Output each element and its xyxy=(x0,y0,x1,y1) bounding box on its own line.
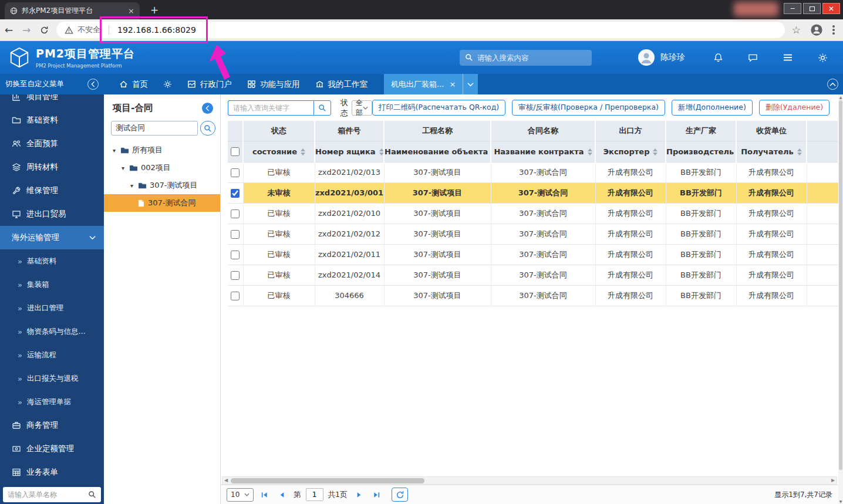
tree-node[interactable]: ▾所有项目 xyxy=(104,141,220,159)
sort-icon[interactable] xyxy=(797,148,802,155)
sort-icon[interactable] xyxy=(653,148,657,155)
messages-chat-icon[interactable] xyxy=(748,53,758,63)
vertical-scroll-thumb[interactable] xyxy=(839,100,842,470)
column-header-cn[interactable]: 工程名称 xyxy=(384,121,491,141)
sidebar-item[interactable]: 进出口贸易 xyxy=(0,202,104,226)
profile-icon[interactable] xyxy=(810,23,823,36)
horizontal-scrollbar[interactable]: ◀ ▶ xyxy=(222,476,837,485)
sort-icon[interactable] xyxy=(301,148,305,155)
column-header-cn[interactable]: 收货单位 xyxy=(736,121,807,141)
column-header-ru[interactable]: Экспортер xyxy=(595,141,666,162)
tree-node[interactable]: ▾307-测试项目 xyxy=(104,177,220,194)
tree-expand-icon[interactable]: ▾ xyxy=(111,147,117,154)
new-tab-button[interactable]: + xyxy=(148,4,161,17)
tree-expand-icon[interactable]: ▾ xyxy=(120,165,126,171)
tree-expand-icon[interactable]: ▾ xyxy=(129,182,135,189)
row-checkbox[interactable] xyxy=(231,292,240,300)
refresh-button[interactable] xyxy=(392,488,408,502)
sidebar-subitem[interactable]: »海运管理单据 xyxy=(0,390,104,414)
sidebar-subitem[interactable]: »出口报关与退税 xyxy=(0,367,104,390)
tab-close-icon[interactable]: × xyxy=(128,6,134,15)
keyword-search-button[interactable] xyxy=(313,100,331,116)
browser-menu-icon[interactable] xyxy=(832,25,835,35)
sidebar-subitem[interactable]: »物资条码与信息... xyxy=(0,320,104,343)
browser-tab[interactable]: 邦永PM2项目管理平台 × xyxy=(5,2,140,19)
back-button[interactable]: ← xyxy=(0,24,18,36)
table-row[interactable]: 已审核zxd2021/02/014307-测试项目307-测试合同升成有限公司B… xyxy=(228,265,838,285)
horizontal-scroll-thumb[interactable] xyxy=(231,478,424,483)
vertical-scrollbar[interactable]: ▲ ▼ xyxy=(838,94,843,504)
prev-page-button[interactable] xyxy=(275,488,289,502)
column-header-ru[interactable]: Производстель xyxy=(666,141,736,162)
hamburger-menu-icon[interactable] xyxy=(783,52,793,63)
next-page-button[interactable] xyxy=(352,488,366,502)
menu-search-input[interactable] xyxy=(8,491,85,499)
delete-button[interactable]: 删除(Удаление) xyxy=(759,100,829,116)
maximize-button[interactable] xyxy=(803,3,821,14)
sidebar-item[interactable]: 商务管理 xyxy=(0,414,104,437)
table-row[interactable]: 未审核zxd2021/03/001307-测试项目307-测试合同升成有限公司B… xyxy=(228,182,838,203)
nav-tab[interactable]: 行政门户 xyxy=(187,79,232,90)
row-checkbox[interactable] xyxy=(231,189,240,198)
page-size-select[interactable]: 10 xyxy=(227,488,254,502)
nav-tab[interactable]: 功能与应用 xyxy=(247,79,300,90)
row-checkbox[interactable] xyxy=(231,209,240,218)
tree-search-button[interactable] xyxy=(200,121,215,136)
table-row[interactable]: 已审核zxd2021/02/011307-测试项目307-测试合同升成有限公司B… xyxy=(228,244,838,265)
row-checkbox[interactable] xyxy=(231,271,240,280)
column-header-cn[interactable]: 生产厂家 xyxy=(666,121,736,141)
sort-icon[interactable] xyxy=(588,148,592,155)
select-all-checkbox[interactable] xyxy=(231,147,240,156)
nav-tab[interactable]: 我的工作室 xyxy=(315,79,368,90)
close-button[interactable]: ✕ xyxy=(822,3,840,14)
toolbar-button[interactable]: 新增(Дополнение) xyxy=(672,100,753,116)
bookmark-star-icon[interactable]: ☆ xyxy=(792,24,801,36)
menu-search-box[interactable] xyxy=(3,487,101,502)
tree-node-selected[interactable]: 307-测试合同 xyxy=(104,194,220,212)
tabs-collapse-button[interactable] xyxy=(827,79,838,90)
column-header-ru[interactable]: Получатель xyxy=(736,141,807,162)
scroll-left-arrow-icon[interactable]: ◀ xyxy=(222,477,230,484)
notifications-bell-icon[interactable] xyxy=(713,53,723,63)
tree-search-input[interactable] xyxy=(111,121,198,136)
global-search[interactable] xyxy=(460,50,592,66)
global-search-input[interactable] xyxy=(477,53,586,62)
toolbar-button[interactable]: 打印二维码(Распечатать QR-код) xyxy=(372,100,505,116)
keyword-search-input[interactable] xyxy=(228,100,313,116)
switch-custom-menu[interactable]: 切换至自定义菜单 xyxy=(0,74,104,94)
sidebar-item[interactable]: 企业定额管理 xyxy=(0,437,104,461)
column-header-cn[interactable]: 状态 xyxy=(243,121,315,141)
sidebar-item[interactable]: 全面预算 xyxy=(0,132,104,155)
nav-gear-icon[interactable] xyxy=(163,80,172,89)
active-tab-close-icon[interactable]: × xyxy=(449,80,456,89)
column-header-ru[interactable]: Название контракта xyxy=(491,141,595,162)
minimize-button[interactable]: ─ xyxy=(784,3,801,14)
tab-dropdown-button[interactable] xyxy=(463,74,478,94)
last-page-button[interactable] xyxy=(369,488,383,502)
user-avatar[interactable] xyxy=(638,49,655,66)
search-icon[interactable] xyxy=(88,491,96,499)
row-checkbox[interactable] xyxy=(231,230,240,239)
table-row[interactable]: 已审核304666307-测试项目307-测试合同升成有限公司BB开发部门升成有… xyxy=(228,285,838,306)
sidebar-subitem[interactable]: »集装箱 xyxy=(0,273,104,296)
collapse-left-icon[interactable] xyxy=(87,79,99,90)
sidebar-item[interactable]: 业务表单 xyxy=(0,461,104,484)
table-row[interactable]: 已审核zxd2021/02/012307-测试项目307-测试合同升成有限公司B… xyxy=(228,224,838,244)
tree-node[interactable]: ▾002项目 xyxy=(104,159,220,177)
url-field[interactable]: 不安全 192.168.1.66:8029 xyxy=(56,22,785,38)
scroll-down-arrow-icon[interactable]: ▼ xyxy=(838,499,843,503)
scroll-up-arrow-icon[interactable]: ▲ xyxy=(838,95,843,99)
column-header-ru[interactable]: Номер ящика xyxy=(315,141,384,162)
sidebar-item-active[interactable]: 海外运输管理 xyxy=(0,226,104,249)
table-row[interactable]: 已审核zxd2021/02/013307-测试项目307-测试合同升成有限公司B… xyxy=(228,162,838,182)
status-dropdown[interactable]: 全部 xyxy=(352,100,372,116)
sidebar-subitem[interactable]: »基础资料 xyxy=(0,249,104,273)
column-header-ru[interactable]: Наименование объекта xyxy=(384,141,491,162)
scroll-right-arrow-icon[interactable]: ▶ xyxy=(829,477,837,484)
tab-active-document[interactable]: 机电出厂装箱... × xyxy=(384,74,463,94)
page-number-input[interactable] xyxy=(306,488,323,501)
sidebar-item[interactable]: 基础资料 xyxy=(0,109,104,132)
sidebar-item[interactable]: 维保管理 xyxy=(0,179,104,202)
sort-icon[interactable] xyxy=(379,148,384,155)
reload-button[interactable] xyxy=(35,26,53,35)
